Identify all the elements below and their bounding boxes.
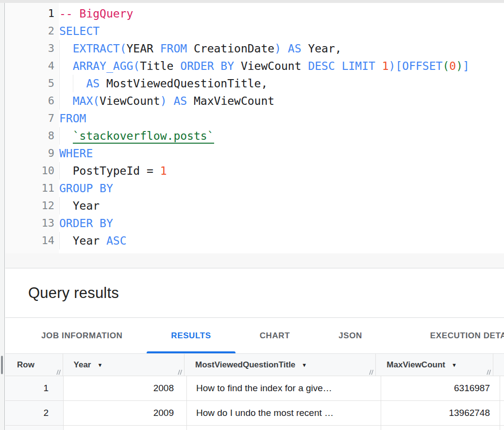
code-token: Year [59, 199, 100, 212]
table-row [5, 426, 504, 430]
code-text: Year [59, 197, 504, 215]
column-dropdown-icon[interactable]: ▼ [98, 362, 103, 368]
table-cell: 2 [5, 401, 64, 426]
line-number: 4 [5, 57, 54, 75]
line-number: 10 [5, 162, 54, 180]
left-scrollbar-thumb[interactable] [1, 356, 3, 374]
code-token: EXTRACT( [73, 42, 127, 55]
code-token: ViewCount [234, 60, 308, 72]
code-token: 1 [382, 60, 389, 72]
table-cell [5, 426, 64, 430]
code-line[interactable]: 6 MAX(ViewCount) AS MaxViewCount [5, 92, 504, 110]
code-line[interactable]: 12 Year [5, 197, 504, 215]
code-line[interactable]: 14 Year ASC [5, 232, 504, 249]
column-header-label: MaxViewCount [386, 360, 445, 370]
table-body: 12008How to find the index for a give…63… [5, 376, 504, 430]
results-table: RowYear▼MostViewedQuestionTitle▼MaxViewC… [5, 354, 504, 430]
code-token: ] [463, 60, 470, 72]
code-line[interactable]: 3 EXTRACT(YEAR FROM CreationDate) AS Yea… [5, 40, 504, 57]
code-text: PostTypeId = 1 [59, 162, 504, 180]
code-token: GROUP BY [59, 182, 113, 195]
sql-code-editor[interactable]: 1-- BigQuery2SELECT3 EXTRACT(YEAR FROM C… [5, 3, 504, 268]
code-token [375, 60, 382, 72]
code-line[interactable]: 1-- BigQuery [5, 5, 504, 22]
indent-guide-icon [59, 75, 60, 92]
code-token: MaxViewCount [187, 95, 274, 107]
line-number: 5 [5, 75, 54, 92]
query-results-title: Query results [28, 284, 119, 302]
line-number: 7 [5, 110, 54, 127]
indent-guide-icon [59, 57, 60, 75]
results-tab-bar: JOB INFORMATIONRESULTSCHARTJSONEXECUTION… [5, 318, 504, 354]
code-text: -- BigQuery [59, 5, 504, 22]
indent-guide-icon [59, 162, 60, 180]
code-token: Year, [302, 42, 342, 55]
code-token: CreationDate [187, 42, 274, 55]
table-cell: How to find the index for a give… [187, 376, 381, 401]
code-token: DESC [308, 60, 335, 72]
code-text: EXTRACT(YEAR FROM CreationDate) AS Year, [59, 40, 504, 57]
code-lines[interactable]: 1-- BigQuery2SELECT3 EXTRACT(YEAR FROM C… [5, 5, 504, 249]
code-line[interactable]: 11GROUP BY [5, 180, 504, 197]
code-token: ARRAY_AGG( [73, 60, 140, 72]
line-number: 1 [5, 5, 54, 22]
line-number: 2 [5, 22, 54, 40]
code-line[interactable]: 10 PostTypeId = 1 [5, 162, 504, 180]
line-number: 9 [5, 145, 54, 162]
table-cell-filler [500, 426, 504, 430]
editor-bottom-strip [5, 253, 504, 268]
code-token: AS [86, 77, 100, 90]
code-token: ) [160, 95, 167, 107]
indent-guide-icon [73, 75, 73, 92]
line-number: 6 [5, 92, 54, 110]
code-token: WHERE [59, 147, 93, 160]
tab-chart[interactable]: CHART [235, 318, 315, 353]
indent-guide-icon [59, 92, 60, 110]
column-dropdown-icon[interactable]: ▼ [452, 362, 457, 368]
tab-job-information[interactable]: JOB INFORMATION [17, 318, 147, 353]
line-number: 3 [5, 40, 54, 57]
code-token: -- BigQuery [59, 7, 133, 20]
code-token [59, 130, 73, 142]
code-line[interactable]: 2SELECT [5, 22, 504, 40]
column-header-filler [493, 354, 504, 376]
column-dropdown-icon[interactable]: ▼ [302, 362, 307, 368]
code-token: ASC [106, 234, 127, 247]
code-token: ORDER BY [180, 60, 234, 72]
column-resize-handle-icon[interactable] [486, 368, 491, 374]
code-token: Year [59, 234, 106, 247]
table-cell-filler [500, 376, 504, 401]
code-text: `stackoverflow.posts` [59, 127, 504, 145]
column-header-row[interactable]: Row [5, 354, 63, 376]
code-line[interactable]: 9WHERE [5, 145, 504, 162]
column-header-maxviewcount[interactable]: MaxViewCount▼ [376, 354, 493, 376]
code-line[interactable]: 4 ARRAY_AGG(Title ORDER BY ViewCount DES… [5, 57, 504, 75]
code-text: SELECT [59, 22, 504, 40]
table-cell-filler [500, 401, 504, 426]
column-resize-handle-icon[interactable] [368, 368, 374, 374]
line-number: 14 [5, 232, 54, 249]
code-line[interactable]: 13ORDER BY [5, 215, 504, 232]
code-line[interactable]: 7FROM [5, 110, 504, 127]
tab-execution-details[interactable]: EXECUTION DETAILS [386, 318, 504, 353]
column-header-year[interactable]: Year▼ [63, 354, 185, 376]
code-token: MAX( [73, 95, 100, 107]
tab-json[interactable]: JSON [314, 318, 386, 353]
column-header-mostviewedquestiontitle[interactable]: MostViewedQuestionTitle▼ [185, 354, 376, 376]
column-resize-handle-icon[interactable] [55, 368, 61, 374]
table-header-row: RowYear▼MostViewedQuestionTitle▼MaxViewC… [5, 354, 504, 376]
code-line[interactable]: 8 `stackoverflow.posts` [5, 127, 504, 145]
tab-results[interactable]: RESULTS [147, 318, 235, 353]
code-token: `stackoverflow.posts` [73, 130, 214, 144]
tab-label: RESULTS [171, 331, 211, 341]
code-line[interactable]: 5 AS MostViewedQuestionTitle, [5, 75, 504, 92]
code-text: Year ASC [59, 232, 504, 249]
column-header-label: Row [17, 360, 34, 370]
code-token [59, 60, 73, 72]
tab-label: JOB INFORMATION [41, 331, 122, 341]
code-token: 0 [449, 60, 456, 72]
table-cell [381, 426, 500, 430]
table-cell: 13962748 [381, 401, 500, 426]
code-token: Title [140, 60, 180, 72]
column-resize-handle-icon[interactable] [177, 368, 183, 374]
